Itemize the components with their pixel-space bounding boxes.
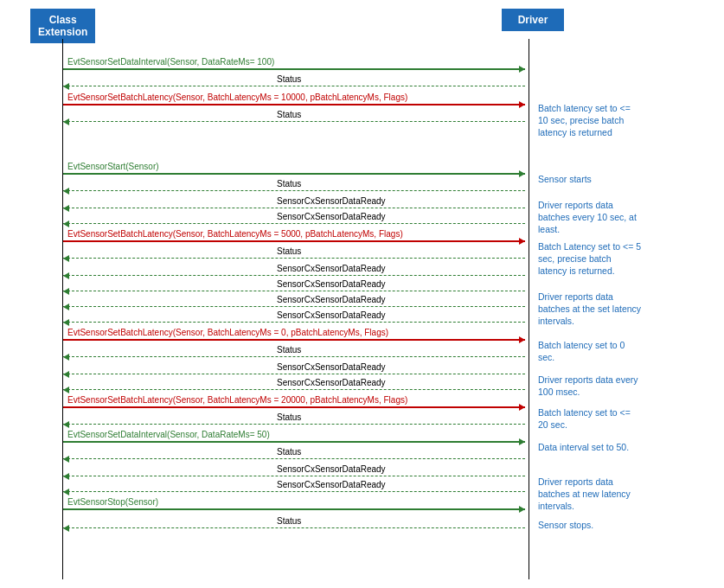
arrow-label-a24: SensorCxSensorDataReady (277, 480, 386, 489)
annotation-ann1: Batch latency set to <= 10 sec, precise … (538, 102, 642, 139)
arrow-label-a14: SensorCxSensorDataReady (277, 310, 386, 320)
annotation-ann8: Batch latency set to <= 20 sec. (538, 406, 642, 431)
annotation-ann6: Batch latency set to 0 sec. (538, 339, 642, 363)
lifeline-box-driver: Driver (502, 9, 564, 31)
annotation-ann2: Sensor starts (538, 173, 642, 185)
arrow-label-a19: EvtSensorSetBatchLatency(Sensor, BatchLa… (67, 395, 407, 405)
arrow-a19: EvtSensorSetBatchLatency(Sensor, BatchLa… (63, 406, 525, 407)
arrow-label-a17: SensorCxSensorDataReady (277, 362, 386, 372)
arrow-a17: SensorCxSensorDataReady (63, 374, 525, 374)
diagram-container: Class ExtensionDriverEvtSensorSetDataInt… (0, 0, 724, 588)
arrow-a5: EvtSensorStart(Sensor) (63, 173, 525, 174)
arrow-a16: Status (63, 356, 525, 357)
arrow-label-a26: Status (277, 516, 301, 526)
arrow-a25: EvtSensorStop(Sensor) (63, 508, 525, 509)
arrow-label-a5: EvtSensorStart(Sensor) (67, 162, 159, 171)
arrow-a14: SensorCxSensorDataReady (63, 322, 525, 323)
arrow-a6: Status (63, 190, 525, 191)
annotation-ann9: Data interval set to 50. (538, 441, 642, 453)
arrow-a23: SensorCxSensorDataReady (63, 476, 525, 476)
arrow-a18: SensorCxSensorDataReady (63, 389, 525, 390)
arrow-a9: EvtSensorSetBatchLatency(Sensor, BatchLa… (63, 240, 525, 241)
arrow-a12: SensorCxSensorDataReady (63, 291, 525, 291)
arrow-label-a21: EvtSensorSetDataInterval(Sensor, DataRat… (67, 430, 270, 439)
annotation-ann5: Driver reports data batches at the set l… (538, 291, 642, 328)
lifeline-line-driver (529, 39, 529, 579)
arrow-label-a10: Status (277, 246, 301, 256)
arrow-a26: Status (63, 527, 525, 528)
arrow-label-a2: Status (277, 74, 301, 84)
arrow-a10: Status (63, 258, 525, 259)
annotation-ann10: Driver reports data batches at new laten… (538, 476, 642, 513)
arrow-label-a20: Status (277, 412, 301, 422)
lifeline-box-class-ext: Class Extension (30, 9, 95, 43)
arrow-label-a12: SensorCxSensorDataReady (277, 279, 386, 289)
annotation-ann11: Sensor stops. (538, 519, 642, 531)
arrow-label-a4: Status (277, 110, 301, 119)
arrow-label-a1: EvtSensorSetDataInterval(Sensor, DataRat… (67, 57, 274, 67)
arrow-label-a25: EvtSensorStop(Sensor) (67, 497, 158, 507)
arrow-a7: SensorCxSensorDataReady (63, 208, 525, 208)
arrow-label-a18: SensorCxSensorDataReady (277, 378, 386, 387)
arrow-a21: EvtSensorSetDataInterval(Sensor, DataRat… (63, 441, 525, 442)
arrow-label-a6: Status (277, 179, 301, 189)
arrow-label-a22: Status (277, 447, 301, 457)
arrow-a20: Status (63, 424, 525, 425)
annotation-ann7: Driver reports data every 100 msec. (538, 374, 642, 398)
arrow-label-a13: SensorCxSensorDataReady (277, 295, 386, 304)
annotation-ann3: Driver reports data batches every 10 sec… (538, 199, 642, 236)
arrow-a22: Status (63, 458, 525, 459)
arrow-a24: SensorCxSensorDataReady (63, 491, 525, 492)
arrow-a2: Status (63, 86, 525, 86)
arrow-label-a11: SensorCxSensorDataReady (277, 264, 386, 273)
arrow-label-a16: Status (277, 345, 301, 355)
arrow-a3: EvtSensorSetBatchLatency(Sensor, BatchLa… (63, 104, 525, 105)
annotation-ann4: Batch Latency set to <= 5 sec, precise b… (538, 240, 642, 278)
arrow-a11: SensorCxSensorDataReady (63, 275, 525, 276)
arrow-a1: EvtSensorSetDataInterval(Sensor, DataRat… (63, 68, 525, 69)
arrow-label-a8: SensorCxSensorDataReady (277, 212, 386, 221)
arrow-label-a3: EvtSensorSetBatchLatency(Sensor, BatchLa… (67, 93, 407, 102)
arrow-label-a7: SensorCxSensorDataReady (277, 196, 386, 206)
arrow-a8: SensorCxSensorDataReady (63, 223, 525, 224)
arrow-a15: EvtSensorSetBatchLatency(Sensor, BatchLa… (63, 339, 525, 340)
arrow-label-a23: SensorCxSensorDataReady (277, 464, 386, 474)
arrow-a4: Status (63, 121, 525, 122)
arrow-label-a15: EvtSensorSetBatchLatency(Sensor, BatchLa… (67, 328, 388, 337)
arrow-a13: SensorCxSensorDataReady (63, 306, 525, 307)
arrow-label-a9: EvtSensorSetBatchLatency(Sensor, BatchLa… (67, 229, 403, 239)
